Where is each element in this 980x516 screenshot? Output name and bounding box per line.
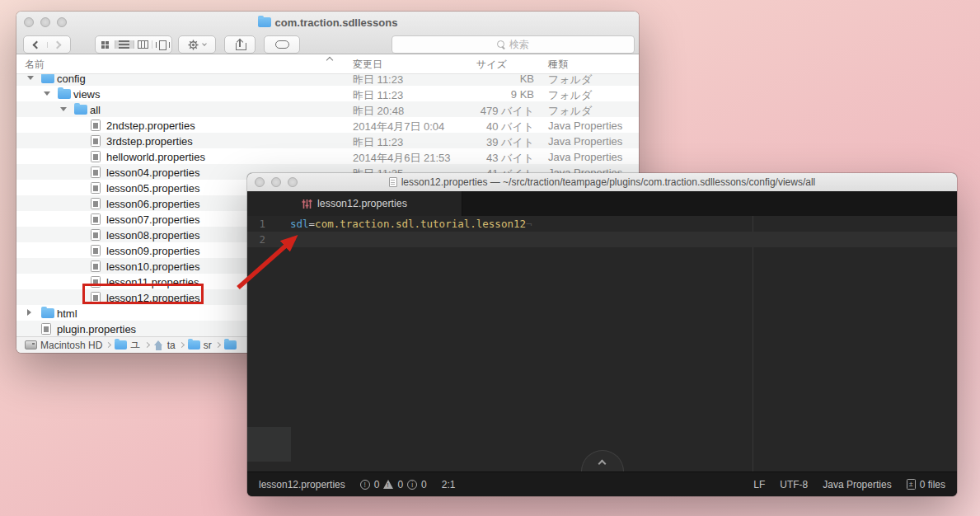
column-view-icon bbox=[138, 40, 148, 49]
coverflow-view-icon bbox=[156, 40, 168, 49]
code-editor[interactable]: 1 sdl=com.traction.sdl.tutorial.lesson12… bbox=[247, 216, 957, 471]
home-icon bbox=[153, 340, 164, 350]
cell-size: 43 バイト bbox=[379, 151, 534, 166]
path-separator-icon bbox=[179, 342, 185, 348]
path-label: ユ bbox=[130, 338, 140, 352]
file-name: html bbox=[57, 307, 77, 320]
property-key: sdl bbox=[290, 218, 309, 230]
path-item-folder[interactable] bbox=[224, 340, 237, 349]
forward-icon bbox=[54, 40, 62, 49]
finder-window-title: com.traction.sdllessons bbox=[16, 12, 639, 33]
disclosure-closed-icon[interactable] bbox=[27, 309, 31, 316]
list-view-button[interactable] bbox=[115, 40, 134, 49]
grammar-indicator[interactable]: Java Properties bbox=[823, 479, 891, 490]
folder-icon bbox=[41, 74, 54, 83]
file-icon bbox=[91, 120, 101, 131]
disclosure-open-icon[interactable] bbox=[44, 91, 50, 96]
diagnostics[interactable]: 0 0 0 bbox=[360, 479, 427, 490]
git-status[interactable]: 0 files bbox=[907, 479, 945, 490]
tab-label: lesson12.properties bbox=[317, 198, 407, 209]
file-icon bbox=[91, 198, 101, 209]
file-name: helloworld.properties bbox=[106, 151, 205, 163]
list-view-icon bbox=[119, 40, 129, 49]
file-icon bbox=[91, 245, 101, 256]
status-filename[interactable]: lesson12.properties bbox=[259, 479, 345, 490]
line-ending-indicator[interactable]: LF bbox=[753, 479, 765, 490]
equals-operator: = bbox=[309, 218, 316, 230]
disclosure-open-icon[interactable] bbox=[27, 76, 34, 80]
share-button[interactable] bbox=[224, 35, 256, 54]
info-icon bbox=[407, 480, 417, 490]
file-row-3rdstep.properties[interactable]: 3rdstep.properties昨日 11:2339 バイトJava Pro… bbox=[16, 133, 639, 148]
view-switcher bbox=[95, 35, 172, 54]
column-header-kind[interactable]: 種類 bbox=[548, 58, 568, 72]
tags-button[interactable] bbox=[264, 35, 300, 54]
path-item-Macintosh HD[interactable]: Macintosh HD bbox=[25, 340, 102, 351]
cell-kind: Java Properties bbox=[548, 120, 622, 132]
file-name: lesson07.properties bbox=[106, 213, 199, 226]
path-item-ta[interactable]: ta bbox=[153, 340, 176, 351]
action-menu-button[interactable] bbox=[178, 35, 216, 54]
file-name: lesson04.properties bbox=[106, 167, 199, 179]
path-label: Macintosh HD bbox=[40, 340, 102, 351]
tab-lesson12-properties[interactable]: lesson12.properties bbox=[247, 191, 462, 216]
column-header-name[interactable]: 名前 bbox=[25, 58, 45, 72]
zoom-button[interactable] bbox=[288, 177, 298, 187]
gutter-bottom-block bbox=[247, 427, 291, 462]
cell-kind: フォルダ bbox=[548, 104, 592, 119]
back-button[interactable] bbox=[24, 42, 48, 48]
chevron-up-icon bbox=[598, 460, 607, 468]
path-item-sr[interactable]: sr bbox=[188, 340, 212, 351]
cell-size: 39 バイト bbox=[379, 135, 534, 150]
cell-kind: フォルダ bbox=[548, 88, 592, 103]
code-text: sdl=com.traction.sdl.tutorial.lesson12¬ bbox=[290, 216, 532, 232]
path-separator-icon bbox=[106, 342, 111, 348]
file-name: lesson10.properties bbox=[106, 260, 199, 273]
cell-size: 9 KB bbox=[379, 88, 534, 101]
coverflow-view-button[interactable] bbox=[152, 40, 171, 49]
window-controls bbox=[255, 177, 298, 187]
cell-kind: フォルダ bbox=[548, 74, 592, 86]
cell-size: 479 バイト bbox=[379, 104, 534, 119]
close-button[interactable] bbox=[255, 177, 265, 187]
encoding-indicator[interactable]: UTF-8 bbox=[780, 479, 808, 490]
editor-titlebar: lesson12.properties — ~/src/traction/tea… bbox=[247, 173, 957, 191]
wrap-guide bbox=[753, 216, 753, 471]
forward-button[interactable] bbox=[48, 42, 71, 48]
file-name: lesson05.properties bbox=[106, 182, 199, 195]
search-input[interactable]: 検索 bbox=[392, 35, 635, 54]
panel-toggle-button[interactable] bbox=[581, 450, 624, 471]
finder-toolbar: 検索 bbox=[16, 35, 639, 54]
warning-count: 0 bbox=[397, 479, 403, 490]
folder-icon bbox=[58, 89, 71, 99]
git-files-count: 0 files bbox=[920, 479, 945, 490]
file-row-2ndstep.properties[interactable]: 2ndstep.properties2014年4月7日 0:0440 バイトJa… bbox=[16, 117, 639, 133]
file-row-all[interactable]: all昨日 20:48479 バイトフォルダ bbox=[16, 101, 639, 117]
column-header-date[interactable]: 変更日 bbox=[353, 58, 382, 72]
cell-size: 40 バイト bbox=[379, 120, 534, 134]
tab-bar: lesson12.properties bbox=[247, 191, 957, 216]
error-count: 0 bbox=[374, 479, 380, 490]
file-name: 3rdstep.properties bbox=[106, 135, 193, 148]
code-line-2-cursor-line[interactable]: 2 bbox=[247, 232, 957, 247]
file-name: views bbox=[73, 88, 101, 101]
file-icon bbox=[91, 135, 101, 147]
file-name: lesson06.properties bbox=[106, 198, 199, 210]
file-icon bbox=[91, 151, 101, 162]
line-number: 1 bbox=[247, 216, 265, 232]
cursor-position[interactable]: 2:1 bbox=[442, 479, 456, 490]
column-header-size[interactable]: サイズ bbox=[476, 58, 507, 72]
minimize-button[interactable] bbox=[271, 177, 281, 187]
finder-title-text: com.traction.sdllessons bbox=[275, 16, 398, 29]
file-row-helloworld.properties[interactable]: helloworld.properties2014年4月6日 21:5343 バ… bbox=[16, 148, 639, 164]
file-row-views[interactable]: views昨日 11:239 KBフォルダ bbox=[16, 86, 639, 101]
file-row-config[interactable]: config昨日 11:23KBフォルダ bbox=[16, 74, 639, 86]
folder-icon bbox=[258, 17, 271, 27]
disclosure-open-icon[interactable] bbox=[60, 107, 67, 111]
file-icon bbox=[91, 213, 101, 225]
code-line-1[interactable]: 1 sdl=com.traction.sdl.tutorial.lesson12… bbox=[247, 216, 957, 232]
icon-view-button[interactable] bbox=[96, 41, 115, 49]
column-view-button[interactable] bbox=[134, 40, 153, 49]
path-item-ユ[interactable]: ユ bbox=[115, 338, 140, 352]
document-icon bbox=[389, 177, 397, 187]
